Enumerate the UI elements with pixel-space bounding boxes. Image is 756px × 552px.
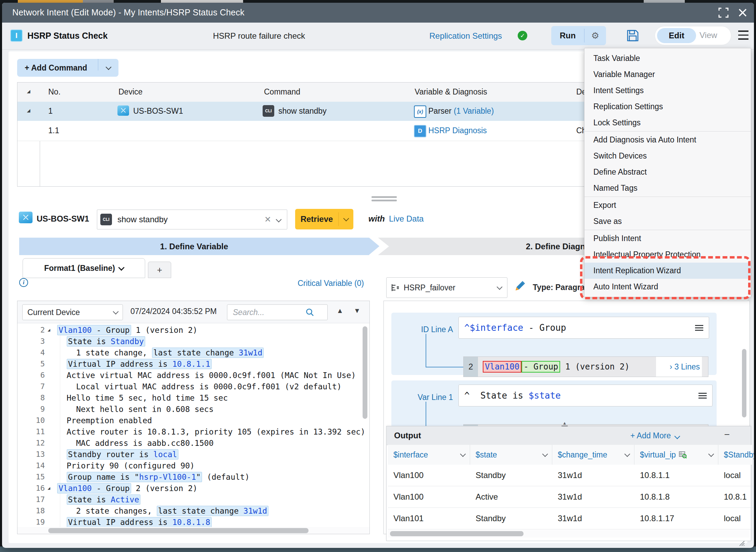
retrieve-timestamp: 07/24/2024 04:35:52 PM: [130, 307, 217, 316]
output-col-Standby_router[interactable]: $Standby_router: [718, 445, 753, 465]
id-line-label: ID Line A: [412, 325, 453, 334]
find-previous-icon[interactable]: ▲: [337, 307, 343, 315]
id-line-pattern-input[interactable]: ^$interface - Group: [458, 317, 709, 339]
panel-vertical-scrollbar[interactable]: [742, 349, 746, 417]
output-col-change_time[interactable]: $change_time: [552, 445, 634, 465]
parser-link[interactable]: Parser (1 Variable): [428, 106, 494, 116]
menu-item-intent-settings[interactable]: Intent Settings: [584, 83, 751, 99]
with-label: with: [368, 214, 385, 224]
critical-variable-link[interactable]: Critical Variable (0): [276, 279, 364, 288]
column-chevron-icon[interactable]: [460, 451, 466, 457]
menu-divider: [584, 131, 751, 131]
fold-icon[interactable]: ◢: [48, 486, 57, 490]
select-chevron-icon[interactable]: [497, 284, 503, 290]
menu-item-named-tags[interactable]: Named Tags: [584, 180, 751, 196]
menu-item-switch-devices[interactable]: Switch Devices: [584, 148, 751, 164]
retrieve-button[interactable]: Retrieve: [295, 214, 338, 224]
menu-item-define-abstract[interactable]: Define Abstract: [584, 164, 751, 180]
add-command-button-group[interactable]: + Add Command: [17, 59, 118, 77]
menu-item-lock-settings[interactable]: Lock Settings: [584, 115, 751, 131]
expand-lines-link[interactable]: › 3 Lines: [656, 357, 702, 377]
search-icon[interactable]: [305, 308, 314, 317]
search-box[interactable]: [227, 304, 328, 320]
view-toggle[interactable]: View: [700, 30, 717, 40]
run-settings-gear-icon[interactable]: ⚙: [584, 30, 606, 41]
add-command-chevron-icon[interactable]: [98, 66, 118, 69]
dialog-title-bar[interactable]: Network Intent (Edit Mode) - My Intents/…: [2, 3, 754, 23]
menu-item-replication-settings[interactable]: Replication Settings: [584, 99, 751, 115]
code-output[interactable]: 2◢Vlan100 - Group 1 (version 2)3State is…: [17, 323, 370, 534]
menu-item-publish-intent[interactable]: Publish Intent: [584, 230, 751, 247]
menu-item-intent-replication-wizard[interactable]: Intent Replication Wizard: [584, 263, 751, 279]
device-icon: ⤫: [117, 105, 129, 116]
search-input[interactable]: [232, 308, 305, 317]
find-next-icon[interactable]: ▼: [354, 307, 361, 315]
edit-pencil-icon[interactable]: [513, 280, 526, 293]
clear-command-icon[interactable]: ✕: [264, 215, 271, 224]
code-hscrollbar-track[interactable]: [17, 527, 370, 534]
edit-view-toggle[interactable]: Edit View: [655, 26, 731, 45]
output-cell: Standby: [470, 508, 552, 529]
drag-handle-icon[interactable]: [695, 324, 703, 332]
edit-toggle-active[interactable]: Edit: [657, 28, 696, 43]
fold-icon[interactable]: ◢: [48, 328, 57, 332]
intent-name: HSRP Status Check: [27, 31, 108, 41]
row-command: show standby: [278, 106, 327, 116]
output-col-state[interactable]: $state: [470, 445, 552, 465]
command-dropdown-chevron-icon[interactable]: [276, 217, 282, 223]
column-chevron-icon[interactable]: [542, 451, 548, 457]
menu-item-task-variable[interactable]: Task Variable: [584, 50, 751, 66]
select-chevron-icon[interactable]: [113, 309, 119, 315]
code-line-15: 15Group name is "hsrp-Vl100-1" (default): [17, 471, 370, 482]
parser-variable-select[interactable]: HSRP_failover: [386, 277, 507, 298]
code-line-13: 13Standby router is local: [17, 449, 370, 460]
tab-format1-baseline[interactable]: Format1 (Baseline): [23, 258, 145, 278]
menu-item-export[interactable]: Export: [584, 197, 751, 213]
output-cell: 10.8.1.17: [634, 508, 718, 529]
add-command-button[interactable]: + Add Command: [17, 63, 98, 73]
output-col-virtual_ip[interactable]: $virtual_ip: [634, 445, 718, 465]
menu-item-intellectual-property-protection[interactable]: Intellectual Property Protection: [584, 247, 751, 263]
step1-banner[interactable]: 1. Define Variable: [19, 238, 369, 255]
device-scope-select[interactable]: Current Device: [22, 304, 123, 320]
close-icon[interactable]: [738, 8, 748, 18]
output-col-interface[interactable]: $interface: [388, 445, 470, 465]
info-icon[interactable]: i: [19, 278, 28, 287]
run-button[interactable]: Run: [551, 31, 584, 40]
replication-settings-link[interactable]: Replication Settings: [429, 31, 502, 41]
code-lines: 2◢Vlan100 - Group 1 (version 2)3State is…: [17, 323, 370, 534]
retrieve-button-group[interactable]: Retrieve: [295, 209, 353, 229]
menu-item-variable-manager[interactable]: Variable Manager: [584, 66, 751, 83]
add-more-link[interactable]: + Add More: [630, 431, 679, 440]
collapse-all-icon[interactable]: ◢: [17, 89, 40, 94]
menu-item-save-as[interactable]: Save as: [584, 213, 751, 229]
id-line-match-row[interactable]: 2 Vlan100- Group 1 (version 2) › 3 Lines: [463, 356, 708, 377]
minimize-output-icon[interactable]: −: [724, 429, 730, 440]
code-line-8: 8Hello time 5 sec, hold time 15 sec: [17, 392, 370, 403]
run-button-group[interactable]: Run ⚙: [551, 26, 606, 45]
splitter-handle[interactable]: [371, 196, 397, 201]
diagnosis-link[interactable]: HSRP Diagnosis: [428, 126, 487, 135]
command-input[interactable]: CLI show standby ✕: [97, 210, 287, 229]
column-chevron-icon[interactable]: [625, 451, 630, 457]
collapse-output-icon[interactable]: ▲: [559, 421, 570, 427]
tab-chevron-icon[interactable]: [118, 264, 124, 271]
resize-grip-icon[interactable]: [737, 538, 745, 547]
menu-item-auto-intent-wizard[interactable]: Auto Intent Wizard: [584, 279, 751, 295]
var-line-pattern-input[interactable]: ^ State is $state: [458, 385, 713, 406]
intent-description: HSRP route failure check: [213, 31, 305, 41]
output-hscrollbar-track[interactable]: [388, 530, 749, 538]
connector-line: [426, 334, 426, 367]
save-icon[interactable]: [626, 29, 640, 42]
menu-item-add-diagnosis-via-auto-intent[interactable]: Add Diagnosis via Auto Intent: [584, 132, 751, 148]
maximize-icon[interactable]: [718, 8, 729, 18]
hamburger-menu-icon[interactable]: [738, 30, 748, 40]
retrieve-chevron-icon[interactable]: [339, 218, 353, 221]
collapse-row-icon[interactable]: ◢: [17, 108, 40, 113]
tab-add[interactable]: +: [148, 262, 171, 278]
code-vertical-scrollbar[interactable]: [363, 326, 367, 419]
drag-handle-icon[interactable]: [698, 391, 707, 400]
column-chevron-icon[interactable]: [708, 451, 714, 457]
live-data-link[interactable]: Live Data: [389, 214, 424, 224]
code-line-18: 182 state changes, last state change 31w…: [17, 505, 370, 516]
